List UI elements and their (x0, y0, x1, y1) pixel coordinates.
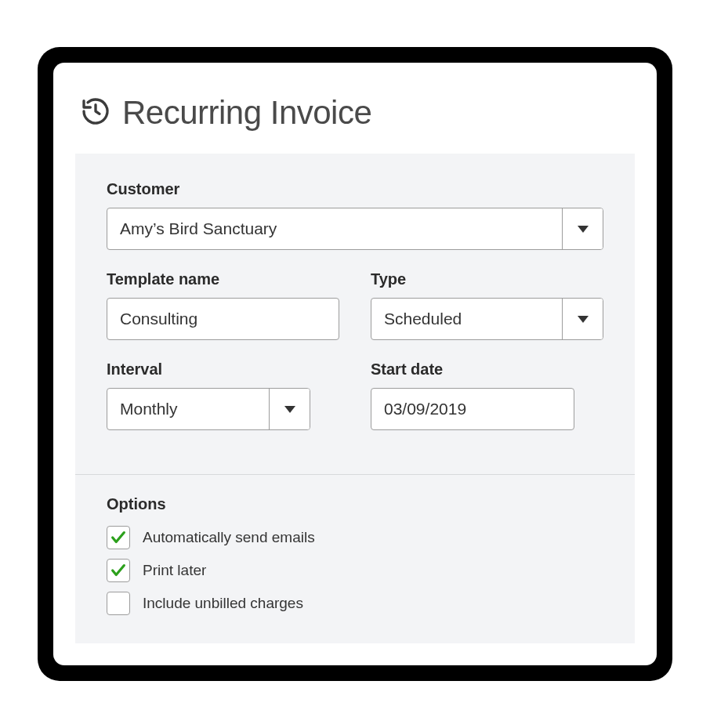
option-label: Print later (143, 562, 206, 579)
option-auto-send-emails: Automatically send emails (107, 526, 603, 549)
start-date-input-wrap[interactable] (371, 388, 574, 430)
interval-dropdown-button[interactable] (269, 389, 310, 429)
chevron-down-icon (284, 406, 295, 413)
interval-label: Interval (107, 360, 339, 378)
chevron-down-icon (578, 226, 589, 233)
template-name-input-wrap (107, 298, 339, 340)
option-label: Include unbilled charges (143, 595, 303, 612)
chevron-down-icon (578, 316, 589, 323)
recurring-invoice-card: Recurring Invoice Customer Amy’s Bird Sa… (53, 63, 657, 665)
type-field: Type Scheduled (371, 270, 603, 340)
customer-value: Amy’s Bird Sanctuary (107, 208, 562, 249)
customer-label: Customer (107, 180, 603, 198)
options-section: Options Automatically send emails Print … (107, 495, 603, 615)
history-clock-icon (80, 96, 111, 130)
customer-dropdown-button[interactable] (562, 208, 603, 249)
divider (75, 474, 635, 475)
template-name-label: Template name (107, 270, 339, 288)
options-title: Options (107, 495, 603, 513)
type-label: Type (371, 270, 603, 288)
checkbox-auto-send-emails[interactable] (107, 526, 130, 549)
checkbox-print-later[interactable] (107, 559, 130, 582)
checkmark-icon (110, 529, 127, 546)
type-select[interactable]: Scheduled (371, 298, 603, 340)
interval-select[interactable]: Monthly (107, 388, 310, 430)
customer-field: Customer Amy’s Bird Sanctuary (107, 180, 603, 250)
customer-select[interactable]: Amy’s Bird Sanctuary (107, 208, 603, 250)
form-panel: Customer Amy’s Bird Sanctuary Template n… (75, 154, 635, 643)
start-date-field: Start date (371, 360, 603, 430)
type-value: Scheduled (371, 299, 562, 339)
template-name-field: Template name (107, 270, 339, 340)
interval-value: Monthly (107, 389, 269, 429)
app-frame: Recurring Invoice Customer Amy’s Bird Sa… (38, 47, 672, 681)
interval-field: Interval Monthly (107, 360, 339, 430)
checkmark-icon (110, 562, 127, 579)
checkbox-include-unbilled-charges[interactable] (107, 592, 130, 615)
start-date-input[interactable] (371, 389, 574, 429)
card-header: Recurring Invoice (75, 94, 635, 132)
start-date-label: Start date (371, 360, 603, 378)
option-label: Automatically send emails (143, 529, 315, 546)
template-name-input[interactable] (107, 299, 339, 339)
option-include-unbilled-charges: Include unbilled charges (107, 592, 603, 615)
type-dropdown-button[interactable] (562, 299, 603, 339)
page-title: Recurring Invoice (122, 94, 371, 132)
option-print-later: Print later (107, 559, 603, 582)
